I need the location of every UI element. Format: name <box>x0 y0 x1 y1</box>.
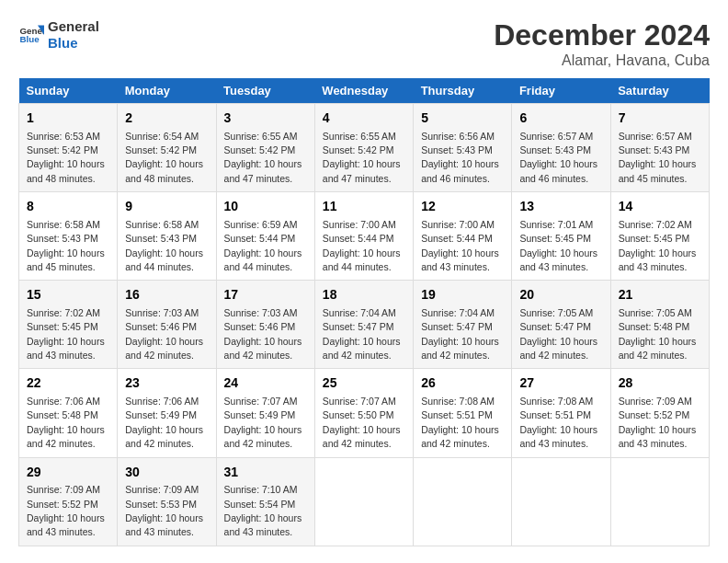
header-friday: Friday <box>512 78 610 104</box>
day-number: 23 <box>125 374 208 393</box>
table-row: 27 Sunrise: 7:08 AMSunset: 5:51 PMDaylig… <box>512 369 610 457</box>
empty-cell <box>414 457 512 546</box>
table-row: 13 Sunrise: 7:01 AMSunset: 5:45 PMDaylig… <box>512 192 610 281</box>
day-number: 13 <box>519 198 602 216</box>
calendar-table: Sunday Monday Tuesday Wednesday Thursday… <box>18 78 710 546</box>
day-info: Sunrise: 6:55 AMSunset: 5:42 PMDaylight:… <box>323 131 401 184</box>
day-info: Sunrise: 7:08 AMSunset: 5:51 PMDaylight:… <box>519 396 597 449</box>
day-info: Sunrise: 7:05 AMSunset: 5:47 PMDaylight:… <box>519 307 597 361</box>
day-number: 25 <box>323 374 405 393</box>
day-info: Sunrise: 7:02 AMSunset: 5:45 PMDaylight:… <box>27 307 105 361</box>
day-info: Sunrise: 6:57 AMSunset: 5:43 PMDaylight:… <box>619 131 697 184</box>
day-number: 1 <box>27 109 109 128</box>
day-info: Sunrise: 7:09 AMSunset: 5:53 PMDaylight:… <box>125 484 203 537</box>
table-row: 3 Sunrise: 6:55 AMSunset: 5:42 PMDayligh… <box>216 104 314 192</box>
day-number: 26 <box>421 374 504 393</box>
day-number: 11 <box>323 198 405 216</box>
day-info: Sunrise: 6:54 AMSunset: 5:42 PMDaylight:… <box>125 131 203 184</box>
day-info: Sunrise: 7:00 AMSunset: 5:44 PMDaylight:… <box>421 219 499 272</box>
logo-text-blue: Blue <box>48 35 99 52</box>
day-number: 6 <box>519 109 602 128</box>
table-row: 31 Sunrise: 7:10 AMSunset: 5:54 PMDaylig… <box>216 457 314 546</box>
table-row: 1 Sunrise: 6:53 AMSunset: 5:42 PMDayligh… <box>19 104 118 192</box>
day-number: 7 <box>619 109 701 128</box>
header-sunday: Sunday <box>19 78 118 104</box>
table-row: 23 Sunrise: 7:06 AMSunset: 5:49 PMDaylig… <box>118 369 216 457</box>
page-header: General Blue General Blue December 2024 … <box>18 18 710 69</box>
day-info: Sunrise: 7:06 AMSunset: 5:48 PMDaylight:… <box>27 396 105 449</box>
table-row: 21 Sunrise: 7:05 AMSunset: 5:48 PMDaylig… <box>610 281 709 369</box>
day-number: 18 <box>323 286 405 304</box>
day-number: 2 <box>125 109 208 128</box>
logo-text-general: General <box>48 18 99 35</box>
day-info: Sunrise: 6:53 AMSunset: 5:42 PMDaylight:… <box>27 131 105 184</box>
day-number: 15 <box>27 286 109 304</box>
day-info: Sunrise: 7:04 AMSunset: 5:47 PMDaylight:… <box>421 307 499 361</box>
table-row: 26 Sunrise: 7:08 AMSunset: 5:51 PMDaylig… <box>414 369 512 457</box>
table-row: 6 Sunrise: 6:57 AMSunset: 5:43 PMDayligh… <box>512 104 610 192</box>
day-info: Sunrise: 7:04 AMSunset: 5:47 PMDaylight:… <box>323 307 401 361</box>
table-row: 8 Sunrise: 6:58 AMSunset: 5:43 PMDayligh… <box>19 192 118 281</box>
day-info: Sunrise: 7:09 AMSunset: 5:52 PMDaylight:… <box>27 484 105 537</box>
header-tuesday: Tuesday <box>216 78 314 104</box>
header-monday: Monday <box>118 78 216 104</box>
day-info: Sunrise: 7:06 AMSunset: 5:49 PMDaylight:… <box>125 396 203 449</box>
day-info: Sunrise: 6:57 AMSunset: 5:43 PMDaylight:… <box>519 131 597 184</box>
day-number: 17 <box>224 286 307 304</box>
day-info: Sunrise: 7:07 AMSunset: 5:49 PMDaylight:… <box>224 396 302 449</box>
header-thursday: Thursday <box>414 78 512 104</box>
day-info: Sunrise: 7:03 AMSunset: 5:46 PMDaylight:… <box>224 307 302 361</box>
table-row: 2 Sunrise: 6:54 AMSunset: 5:42 PMDayligh… <box>118 104 216 192</box>
table-row: 30 Sunrise: 7:09 AMSunset: 5:53 PMDaylig… <box>118 457 216 546</box>
calendar-row: 8 Sunrise: 6:58 AMSunset: 5:43 PMDayligh… <box>19 192 710 281</box>
day-number: 31 <box>224 464 307 482</box>
day-info: Sunrise: 6:58 AMSunset: 5:43 PMDaylight:… <box>27 219 105 272</box>
logo-icon: General Blue <box>18 22 44 48</box>
table-row: 4 Sunrise: 6:55 AMSunset: 5:42 PMDayligh… <box>314 104 413 192</box>
day-info: Sunrise: 6:55 AMSunset: 5:42 PMDaylight:… <box>224 131 302 184</box>
day-info: Sunrise: 7:00 AMSunset: 5:44 PMDaylight:… <box>323 219 401 272</box>
table-row: 28 Sunrise: 7:09 AMSunset: 5:52 PMDaylig… <box>610 369 709 457</box>
calendar-row: 15 Sunrise: 7:02 AMSunset: 5:45 PMDaylig… <box>19 281 710 369</box>
header-wednesday: Wednesday <box>314 78 413 104</box>
day-number: 20 <box>519 286 602 304</box>
day-number: 27 <box>519 374 602 393</box>
day-number: 12 <box>421 198 504 216</box>
empty-cell <box>512 457 610 546</box>
day-number: 19 <box>421 286 504 304</box>
day-number: 22 <box>27 374 109 393</box>
day-info: Sunrise: 6:56 AMSunset: 5:43 PMDaylight:… <box>421 131 499 184</box>
table-row: 15 Sunrise: 7:02 AMSunset: 5:45 PMDaylig… <box>19 281 118 369</box>
day-info: Sunrise: 7:08 AMSunset: 5:51 PMDaylight:… <box>421 396 499 449</box>
table-row: 7 Sunrise: 6:57 AMSunset: 5:43 PMDayligh… <box>610 104 709 192</box>
header-saturday: Saturday <box>610 78 709 104</box>
day-info: Sunrise: 7:07 AMSunset: 5:50 PMDaylight:… <box>323 396 401 449</box>
table-row: 17 Sunrise: 7:03 AMSunset: 5:46 PMDaylig… <box>216 281 314 369</box>
calendar-row: 22 Sunrise: 7:06 AMSunset: 5:48 PMDaylig… <box>19 369 710 457</box>
table-row: 16 Sunrise: 7:03 AMSunset: 5:46 PMDaylig… <box>118 281 216 369</box>
day-number: 4 <box>323 109 405 128</box>
day-number: 10 <box>224 198 307 216</box>
day-number: 5 <box>421 109 504 128</box>
day-number: 16 <box>125 286 208 304</box>
calendar-row: 29 Sunrise: 7:09 AMSunset: 5:52 PMDaylig… <box>19 457 710 546</box>
empty-cell <box>610 457 709 546</box>
table-row: 24 Sunrise: 7:07 AMSunset: 5:49 PMDaylig… <box>216 369 314 457</box>
day-info: Sunrise: 7:10 AMSunset: 5:54 PMDaylight:… <box>224 484 302 537</box>
empty-cell <box>314 457 413 546</box>
day-info: Sunrise: 7:03 AMSunset: 5:46 PMDaylight:… <box>125 307 203 361</box>
day-number: 30 <box>125 464 208 482</box>
day-number: 8 <box>27 198 109 216</box>
day-info: Sunrise: 7:05 AMSunset: 5:48 PMDaylight:… <box>619 307 697 361</box>
day-info: Sunrise: 7:09 AMSunset: 5:52 PMDaylight:… <box>619 396 697 449</box>
day-info: Sunrise: 7:02 AMSunset: 5:45 PMDaylight:… <box>619 219 697 272</box>
title-area: December 2024 Alamar, Havana, Cuba <box>494 18 710 69</box>
day-number: 14 <box>619 198 701 216</box>
day-number: 29 <box>27 464 109 482</box>
table-row: 10 Sunrise: 6:59 AMSunset: 5:44 PMDaylig… <box>216 192 314 281</box>
table-row: 29 Sunrise: 7:09 AMSunset: 5:52 PMDaylig… <box>19 457 118 546</box>
day-info: Sunrise: 6:58 AMSunset: 5:43 PMDaylight:… <box>125 219 203 272</box>
table-row: 5 Sunrise: 6:56 AMSunset: 5:43 PMDayligh… <box>414 104 512 192</box>
day-number: 21 <box>619 286 701 304</box>
table-row: 25 Sunrise: 7:07 AMSunset: 5:50 PMDaylig… <box>314 369 413 457</box>
